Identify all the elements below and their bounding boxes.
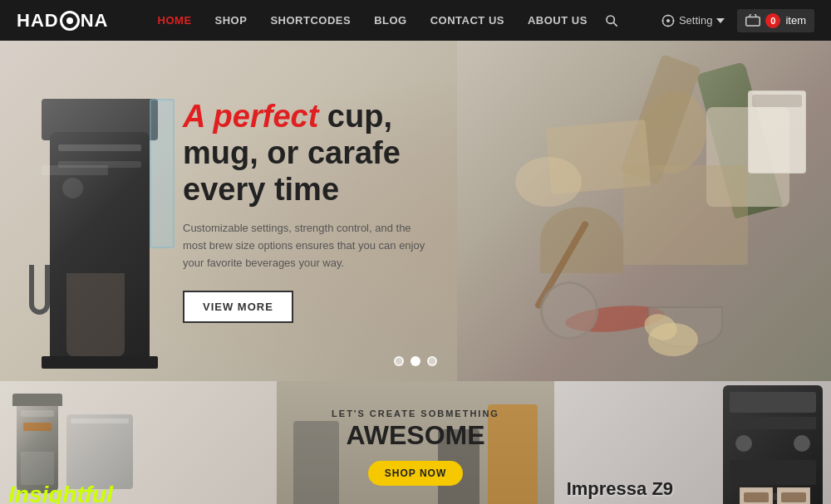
logo[interactable]: HAD NA bbox=[17, 10, 108, 32]
nav-blog[interactable]: BLOG bbox=[362, 0, 419, 41]
logo-text: HAD bbox=[17, 10, 59, 32]
hero-cta-button[interactable]: VIEW MORE bbox=[183, 291, 293, 323]
card-impressa-label: Impressa Z9 bbox=[567, 478, 673, 500]
carousel-dots bbox=[394, 356, 437, 366]
hero-banner: A perfect cup, mug, or carafe every time… bbox=[0, 41, 831, 381]
card-awesome[interactable]: LET'S CREATE SOBMETHING AWESOME SHOP NOW bbox=[277, 381, 553, 504]
hero-description: Customizable settings, strength control,… bbox=[183, 220, 432, 272]
card-awesome-subtitle: LET'S CREATE SOBMETHING bbox=[332, 409, 499, 418]
feature-cards-row: Insightful LET'S CREATE SOBMETHING AWESO… bbox=[0, 381, 831, 504]
carousel-dot-1[interactable] bbox=[394, 356, 404, 366]
logo-text-2: NA bbox=[81, 10, 109, 32]
logo-icon bbox=[60, 11, 80, 31]
card-awesome-title: AWESOME bbox=[332, 422, 499, 448]
nav-about[interactable]: ABOUT US bbox=[516, 0, 599, 41]
nav-shortcodes[interactable]: SHORTCODES bbox=[258, 0, 362, 41]
card-impressa[interactable]: Impressa Z9 bbox=[554, 381, 831, 504]
setting-label: Setting bbox=[679, 14, 712, 27]
header-right: Setting 0 item bbox=[661, 9, 814, 32]
svg-rect-3 bbox=[746, 17, 760, 26]
nav-shop[interactable]: SHOP bbox=[204, 0, 259, 41]
card-insightful-label: Insightful bbox=[8, 482, 113, 504]
hero-pile-illustration bbox=[457, 41, 831, 381]
cart-count: 0 bbox=[765, 13, 780, 28]
svg-line-1 bbox=[613, 22, 617, 27]
cart-button[interactable]: 0 item bbox=[737, 9, 814, 32]
svg-point-0 bbox=[607, 16, 614, 23]
header: HAD NA HOME SHOP SHORTCODES BLOG CONTACT… bbox=[0, 0, 831, 41]
cart-label: item bbox=[785, 14, 806, 27]
coffee-maker-illustration bbox=[25, 99, 175, 365]
nav-home[interactable]: HOME bbox=[146, 0, 204, 41]
setting-button[interactable]: Setting bbox=[661, 14, 725, 27]
hero-title-highlight: A perfect bbox=[183, 99, 318, 134]
card-awesome-shopnow-button[interactable]: SHOP NOW bbox=[368, 461, 463, 486]
hero-title: A perfect cup, mug, or carafe every time bbox=[183, 99, 465, 208]
carousel-dot-3[interactable] bbox=[427, 356, 437, 366]
nav-contact[interactable]: CONTACT US bbox=[419, 0, 516, 41]
search-button[interactable] bbox=[599, 0, 624, 41]
card-insightful[interactable]: Insightful bbox=[0, 381, 277, 504]
svg-point-2 bbox=[666, 19, 670, 22]
main-nav: HOME SHOP SHORTCODES BLOG CONTACT US ABO… bbox=[146, 0, 624, 41]
carousel-dot-2[interactable] bbox=[411, 356, 420, 366]
